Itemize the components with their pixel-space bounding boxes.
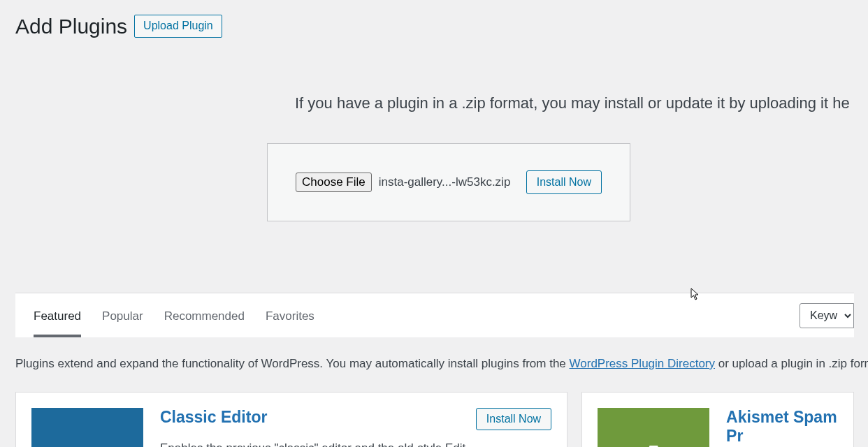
install-now-button[interactable]: Install Now bbox=[526, 170, 602, 194]
intro-suffix: or upload a plugin in .zip format by c bbox=[715, 357, 868, 370]
tab-favorites[interactable]: Favorites bbox=[266, 295, 314, 336]
tab-featured[interactable]: Featured bbox=[34, 295, 81, 336]
plugin-title-link[interactable]: Akismet Spam Pr bbox=[726, 408, 838, 446]
plugin-card-classic-editor: Classic Editor Install Now Enables the p… bbox=[15, 392, 567, 447]
plugin-icon-akismet: A bbox=[598, 408, 709, 447]
tab-popular[interactable]: Popular bbox=[102, 295, 143, 336]
upload-form: Choose File insta-gallery...-lw53kc.zip … bbox=[267, 143, 630, 221]
upload-plugin-button[interactable]: Upload Plugin bbox=[134, 15, 222, 38]
upload-help-text: If you have a plugin in a .zip format, y… bbox=[15, 94, 854, 112]
selected-file-name: insta-gallery...-lw53kc.zip bbox=[379, 175, 511, 189]
install-now-classic-editor[interactable]: Install Now bbox=[476, 408, 551, 430]
plugin-icon-classic-editor bbox=[31, 408, 143, 447]
search-type-select[interactable]: Keyw bbox=[800, 303, 854, 328]
plugin-card-akismet: A Akismet Spam Pr The best anti-spam pro… bbox=[581, 392, 854, 447]
choose-file-button[interactable]: Choose File bbox=[296, 173, 372, 192]
plugin-description: Enables the previous "classic" editor an… bbox=[160, 440, 551, 447]
page-title: Add Plugins bbox=[15, 13, 127, 40]
intro-text: Plugins extend and expand the functional… bbox=[15, 357, 854, 371]
plugin-title-link[interactable]: Classic Editor bbox=[160, 408, 267, 427]
filter-bar: Featured Popular Recommended Favorites K… bbox=[15, 293, 854, 337]
plugin-directory-link[interactable]: WordPress Plugin Directory bbox=[570, 357, 715, 370]
tab-recommended[interactable]: Recommended bbox=[164, 295, 245, 336]
intro-prefix: Plugins extend and expand the functional… bbox=[15, 357, 570, 370]
